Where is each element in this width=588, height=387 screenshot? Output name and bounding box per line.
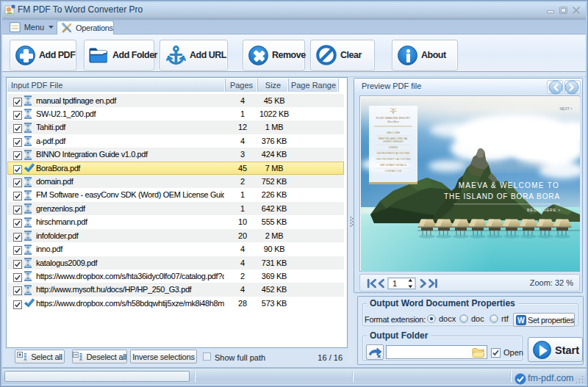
- svg-text:THE ISLAND OF BORA BORA: THE ISLAND OF BORA BORA: [444, 192, 560, 200]
- svg-text:FOUR SEASONS RESORT: FOUR SEASONS RESORT: [376, 117, 411, 120]
- svg-text:Bora Bora: Bora Bora: [387, 120, 398, 123]
- svg-text:BEGIN HERE >: BEGIN HERE >: [527, 208, 561, 212]
- svg-text:MEETING AND SPECIAL: MEETING AND SPECIAL: [379, 137, 408, 140]
- svg-text:W: W: [517, 317, 525, 325]
- svg-text:EVENT VENUES: EVENT VENUES: [384, 140, 404, 143]
- svg-text:ON-PROPERTY ACTIVITIES: ON-PROPERTY ACTIVITIES: [376, 152, 410, 155]
- svg-text:CONTACT US: CONTACT US: [385, 170, 402, 173]
- svg-text:1: 1: [392, 279, 397, 288]
- svg-text:MAEVA & WELCOME TO: MAEVA & WELCOME TO: [459, 181, 559, 189]
- svg-text:OFF-PROPERTY ACTIVITIES: OFF-PROPERTY ACTIVITIES: [376, 158, 411, 161]
- svg-text:WELCOME: WELCOME: [387, 131, 401, 134]
- svg-text:NEXT >: NEXT >: [559, 106, 573, 111]
- svg-text:DINING: DINING: [389, 146, 398, 149]
- svg-text:IMPORTANT DETAILS: IMPORTANT DETAILS: [380, 164, 406, 167]
